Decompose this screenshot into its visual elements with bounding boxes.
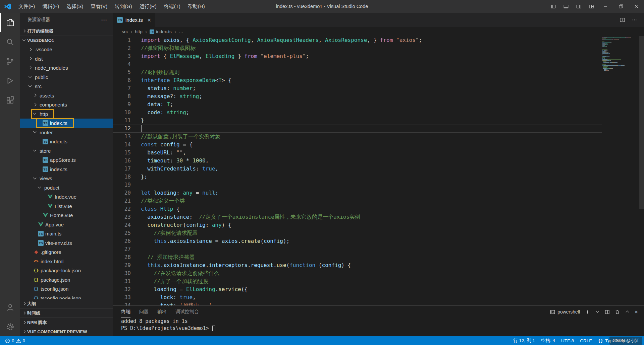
line-number-2[interactable]: 2 [113,44,131,52]
line-number-24[interactable]: 24 [113,221,131,229]
tree-item-.gitignore-22[interactable]: .gitignore [20,248,113,257]
tree-item-views-14[interactable]: views [20,174,113,183]
eol-sequence[interactable]: CRLF [577,338,595,343]
code-line-9[interactable]: data: T; [141,100,644,109]
menu-item-7[interactable]: 帮助(H) [184,0,209,13]
code-line-8[interactable]: message?: string; [141,92,644,100]
tree-item-router-9[interactable]: router [20,128,113,137]
minimize-button[interactable] [598,0,613,13]
toggle-secondary-sidebar-icon[interactable] [572,0,585,13]
cursor-position[interactable]: 行 12, 列 1 [511,338,538,344]
menu-item-5[interactable]: 运行(R) [136,0,160,13]
line-number-4[interactable]: 4 [113,60,131,68]
tab-index-ts[interactable]: TS index.ts × [113,13,155,27]
activity-extensions[interactable] [0,90,20,110]
line-number-7[interactable]: 7 [113,84,131,92]
tree-item-tsconfig.node.json-27[interactable]: {}tsconfig.node.json [20,294,113,299]
code-line-15[interactable]: baseURL: "", [141,149,644,157]
problems-indicator[interactable]: 0 0 [3,338,27,343]
code-line-29[interactable]: this.axiosInstance.interceptors.request.… [141,261,644,269]
code-line-3[interactable]: import { ElMessage, ElLoading } from "el… [141,52,644,60]
menu-item-0[interactable]: 文件(F) [15,0,39,13]
code-line-30[interactable]: //在发送请求之前做些什么 [141,269,644,277]
line-number-19[interactable]: 19 [113,181,131,189]
code-line-22[interactable]: class Http { [141,205,644,213]
breadcrumb-item-2[interactable]: TSindex.ts [150,29,172,34]
line-number-3[interactable]: 3 [113,52,131,60]
line-number-5[interactable]: 5 [113,68,131,76]
code-line-16[interactable]: timeout: 30 * 1000, [141,157,644,165]
tree-item-Home.vue-18[interactable]: Home.vue [20,211,113,220]
code-line-24[interactable]: constructor(config: any) { [141,221,644,229]
tree-item-Index.vue-16[interactable]: Index.vue [20,192,113,202]
new-terminal-icon[interactable] [585,309,590,315]
code-line-33[interactable]: lock: true, [141,293,644,301]
activity-run-debug[interactable] [0,71,20,90]
settings-button[interactable] [0,317,20,336]
line-number-gutter[interactable]: 1234567891011121314151617181920212223242… [113,36,141,305]
tree-item-assets-5[interactable]: assets [20,91,113,100]
sidebar-section-0[interactable]: 大纲 [20,299,113,308]
breadcrumb-item-1[interactable]: http [135,29,143,34]
tree-item-index.ts-10[interactable]: TSindex.ts [20,137,113,146]
code-line-31[interactable]: //弄了一个加载的过度 [141,277,644,285]
code-line-2[interactable]: //弹窗图标和加载图标 [141,44,644,52]
tree-item-http-7[interactable]: http [20,110,113,119]
line-number-31[interactable]: 31 [113,277,131,285]
line-number-32[interactable]: 32 [113,285,131,293]
tree-item-.vscode-0[interactable]: .vscode [20,45,113,54]
code-line-1[interactable]: import axios, { AxiosRequestConfig, Axio… [141,36,644,44]
tree-item-package.json-25[interactable]: {}package.json [20,275,113,285]
line-number-26[interactable]: 26 [113,237,131,245]
code-line-7[interactable]: status: number; [141,84,644,92]
line-number-18[interactable]: 18 [113,173,131,181]
line-number-21[interactable]: 21 [113,197,131,205]
line-number-16[interactable]: 16 [113,157,131,165]
code-editor[interactable]: 1234567891011121314151617181920212223242… [113,36,644,305]
restore-button[interactable] [613,0,629,13]
sidebar-section-2[interactable]: NPM 脚本 [20,318,113,327]
account-button[interactable] [0,297,20,317]
menu-item-3[interactable]: 查看(V) [87,0,111,13]
activity-source-control[interactable] [0,52,20,71]
terminal-content[interactable]: added 8 packages in 1s PS D:\IdeaProject… [113,318,644,336]
panel-tab-1[interactable]: 问题 [139,306,149,318]
toggle-panel-icon[interactable] [559,0,572,13]
line-number-15[interactable]: 15 [113,149,131,157]
code-line-26[interactable]: this.axiosInstance = axios.create(config… [141,237,644,245]
shell-selector[interactable]: powershell [550,309,580,315]
code-line-28[interactable]: // 添加请求拦截器 [141,253,644,261]
code-line-12[interactable] [141,125,644,133]
code-content[interactable]: import axios, { AxiosRequestConfig, Axio… [141,36,644,305]
maximize-panel-icon[interactable] [625,309,630,315]
code-line-13[interactable]: //默认配置,封装了一个实例对象 [141,133,644,141]
tree-item-index.ts-8[interactable]: TSindex.ts [20,119,113,128]
minimap[interactable] [602,37,639,71]
split-editor-icon[interactable] [617,15,627,25]
panel-tab-2[interactable]: 输出 [157,306,167,318]
tree-item-App.vue-19[interactable]: App.vue [20,220,113,229]
terminal-dropdown-icon[interactable] [595,309,600,315]
code-line-17[interactable]: withCredentials: true, [141,165,644,173]
close-panel-icon[interactable]: × [635,309,638,315]
code-line-34[interactable]: text: '加载中...', [141,301,644,305]
tree-item-store-11[interactable]: store [20,146,113,156]
code-line-14[interactable]: const config = { [141,141,644,149]
more-actions-icon[interactable] [629,15,639,25]
split-terminal-icon[interactable] [605,309,610,315]
close-tab-icon[interactable]: × [148,17,151,23]
line-number-25[interactable]: 25 [113,229,131,237]
line-number-8[interactable]: 8 [113,92,131,100]
activity-explorer[interactable] [0,13,20,32]
tree-item-poduct-15[interactable]: poduct [20,183,113,193]
open-editors-section[interactable]: 打开的编辑器 [20,27,113,36]
sidebar-section-3[interactable]: VUE COMPONENT PREVIEW [20,327,113,336]
kill-terminal-icon[interactable] [615,309,620,315]
activity-search[interactable] [0,32,20,52]
breadcrumb-item-0[interactable]: src [122,29,128,34]
tree-item-dist-1[interactable]: dist [20,54,113,64]
encoding[interactable]: UTF-8 [558,338,577,343]
sidebar-section-1[interactable]: 时间线 [20,308,113,318]
line-number-6[interactable]: 6 [113,76,131,84]
code-line-32[interactable]: loading = ElLoading.service({ [141,285,644,293]
